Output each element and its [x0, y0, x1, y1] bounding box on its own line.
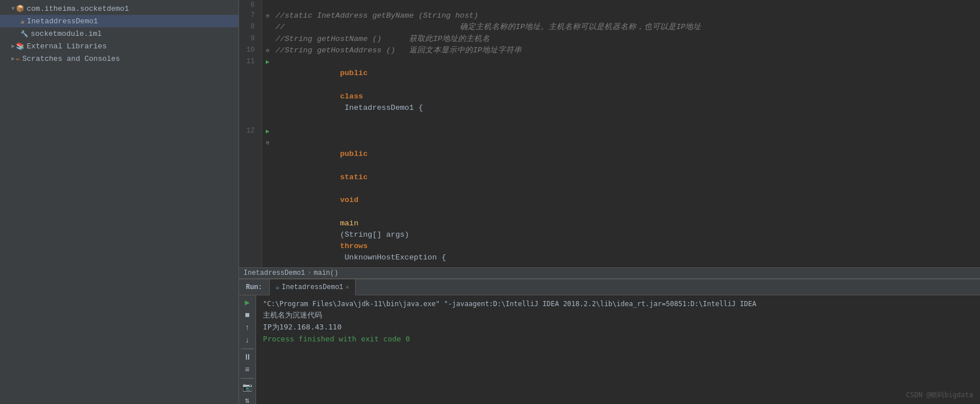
line-num-10: 10	[239, 45, 262, 56]
package-icon: 📦	[16, 5, 24, 13]
cmd-line: "C:\Program Files\Java\jdk-11\bin\java.e…	[263, 299, 973, 310]
sort-button[interactable]: ⇅	[241, 395, 254, 404]
sidebar-item-socketdemo1[interactable]: ▼ 📦 com.itheima.socketdemo1	[0, 2, 238, 15]
table-row: 7 ⊖ //static InetAddress getByName (Stri…	[239, 10, 980, 22]
gutter-10: ⊖	[262, 45, 273, 56]
breadcrumb-file[interactable]: InetadressDemo1	[244, 269, 305, 277]
module-icon: 🔧	[20, 30, 28, 38]
gutter-6	[262, 0, 273, 10]
table-row: 6	[239, 0, 980, 10]
kw-static-12: static	[340, 173, 368, 182]
line-num-6: 6	[239, 0, 262, 10]
sidebar-label-external-libs: External Libraries	[27, 42, 106, 51]
editor-area: 6 7 ⊖ //static InetAddress getByName (St…	[239, 0, 980, 404]
screenshot-button[interactable]: 📷	[241, 382, 254, 392]
stop-button[interactable]: ■	[241, 311, 254, 320]
run-tab-label: InetadressDemo1	[282, 283, 343, 291]
run-console: "C:\Program Files\Java\jdk-11\bin\java.e…	[256, 295, 980, 404]
collapse-btn-7[interactable]: ⊖	[266, 13, 269, 19]
keyword-public: public	[340, 69, 368, 77]
kw-void-12: void	[340, 196, 358, 204]
code-line-8: // 确定主机名称的IP地址。主机名称可以是机器名称，也可以是IP地址	[273, 22, 980, 33]
output-process: Process finished with exit code 0	[263, 333, 973, 345]
tab-java-icon: ☕	[275, 283, 279, 291]
gutter-8	[262, 22, 273, 33]
indent-12	[340, 138, 358, 147]
main-area: ▼ 📦 com.itheima.socketdemo1 ☕ Inetaddres…	[0, 0, 980, 404]
sidebar-label-scratches: Scratches and Consoles	[22, 55, 120, 63]
kw-throws: throws	[340, 242, 368, 250]
run-label: Run:	[239, 283, 269, 291]
sidebar-label-socketdemo1: com.itheima.socketdemo1	[27, 5, 129, 13]
keyword-class: class	[340, 92, 363, 101]
sidebar: ▼ 📦 com.itheima.socketdemo1 ☕ Inetaddres…	[0, 0, 239, 404]
scroll-down-button[interactable]: ↓	[241, 336, 254, 345]
table-row: 11 ▶ public class InetadressDemo1 {	[239, 56, 980, 126]
code-line-11: public class InetadressDemo1 {	[273, 56, 980, 126]
space	[340, 81, 344, 89]
table-row: 9 //String getHostName () 获取此IP地址的主机名	[239, 34, 980, 45]
gutter-9	[262, 34, 273, 45]
java-icon: ☕	[20, 17, 24, 26]
collapse-btn-12[interactable]: ⊖	[266, 140, 269, 146]
code-table: 6 7 ⊖ //static InetAddress getByName (St…	[239, 0, 980, 267]
breadcrumb-separator: ›	[307, 269, 311, 277]
run-tab-inetaddress[interactable]: ☕ InetadressDemo1 ✕	[269, 279, 356, 295]
sidebar-item-external-libs[interactable]: ▶ 📚 External Libraries	[0, 40, 238, 52]
line-num-9: 9	[239, 34, 262, 45]
classname: InetadressDemo1 {	[340, 104, 423, 112]
kw-public-12: public	[340, 150, 368, 158]
sidebar-label-inetaddressdemo1: InetaddressDemo1	[27, 17, 98, 26]
sidebar-item-socketmodule[interactable]: 🔧 socketmodule.iml	[0, 27, 238, 40]
scroll-up-button[interactable]: ↑	[241, 323, 254, 332]
align-button[interactable]: ≡	[241, 365, 254, 374]
breadcrumb-method[interactable]: main()	[314, 269, 338, 277]
gutter-12: ▶ ⊖	[262, 126, 273, 268]
output-ip: IP为192.168.43.110	[263, 321, 973, 333]
line-num-11: 11	[239, 56, 262, 126]
run-btn-11[interactable]: ▶	[266, 59, 270, 65]
sidebar-label-socketmodule: socketmodule.iml	[31, 30, 102, 38]
run-tabs-bar: Run: ☕ InetadressDemo1 ✕	[239, 279, 980, 295]
code-line-6	[273, 0, 980, 10]
code-editor[interactable]: 6 7 ⊖ //static InetAddress getByName (St…	[239, 0, 980, 267]
table-row: 12 ▶ ⊖ public static void	[239, 126, 980, 268]
run-output-area: ▶ ■ ↑ ↓ ⏸ ≡ 📷 ⇅ "C:\Program Files\Java\j…	[239, 295, 980, 404]
line-num-12: 12	[239, 126, 262, 268]
gutter-11: ▶	[262, 56, 273, 126]
line-num-7: 7	[239, 10, 262, 22]
table-row: 10 ⊖ //String getHostAddress () 返回文本显示中的…	[239, 45, 980, 56]
sidebar-item-inetaddressdemo1[interactable]: ☕ InetaddressDemo1	[0, 15, 238, 27]
output-hostname: 主机名为沉迷代码	[263, 310, 973, 321]
run-toolbar: ▶ ■ ↑ ↓ ⏸ ≡ 📷 ⇅	[239, 295, 256, 404]
method-main: main	[340, 219, 358, 228]
code-line-10: //String getHostAddress () 返回文本显示中的IP地址字…	[273, 45, 980, 56]
run-btn-12[interactable]: ▶	[266, 128, 270, 135]
sidebar-item-scratches[interactable]: ▶ ✏️ Scratches and Consoles	[0, 52, 238, 65]
collapse-btn-10[interactable]: ⊖	[266, 48, 269, 54]
pause-button[interactable]: ⏸	[241, 353, 254, 362]
expand-arrow-socketdemo1: ▼	[11, 6, 15, 12]
code-line-9: //String getHostName () 获取此IP地址的主机名	[273, 34, 980, 45]
code-line-7: //static InetAddress getByName (String h…	[273, 10, 980, 22]
line-num-8: 8	[239, 22, 262, 33]
expand-arrow-scratches: ▶	[11, 55, 15, 62]
code-line-12: public static void main (String[] args) …	[273, 126, 980, 268]
run-again-button[interactable]: ▶	[241, 298, 254, 307]
watermark: CSDN @晓码bigdata	[906, 390, 973, 401]
expand-arrow-external: ▶	[11, 43, 15, 50]
library-icon: 📚	[16, 42, 24, 51]
close-tab-button[interactable]: ✕	[345, 283, 349, 291]
scratches-icon: ✏️	[16, 55, 20, 63]
bottom-panel: Run: ☕ InetadressDemo1 ✕ ▶ ■ ↑ ↓ ⏸ ≡	[239, 279, 980, 404]
gutter-7: ⊖	[262, 10, 273, 22]
breadcrumb-bar: InetadressDemo1 › main()	[239, 267, 980, 279]
table-row: 8 // 确定主机名称的IP地址。主机名称可以是机器名称，也可以是IP地址	[239, 22, 980, 33]
